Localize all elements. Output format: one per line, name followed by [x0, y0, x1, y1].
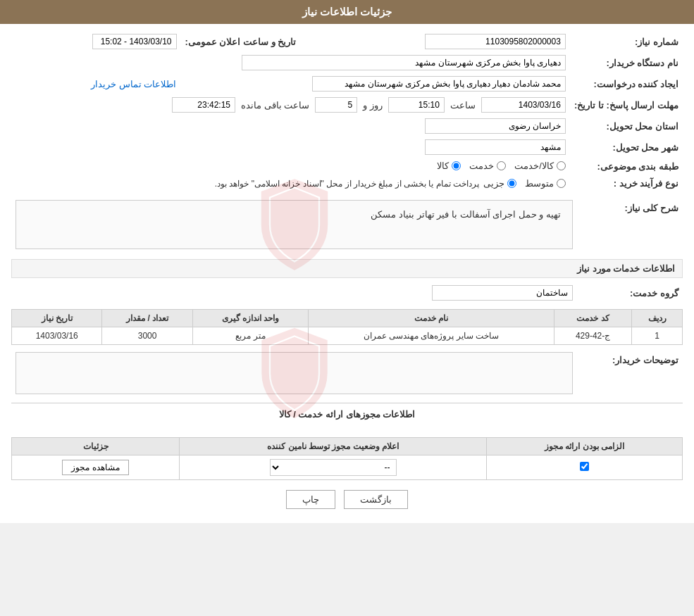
- need-description-table: شرح کلی نیاز: تهیه و حمل اجرای آسفالت با…: [11, 197, 683, 252]
- purchase-type-label: نوع فرآیند خرید :: [570, 175, 683, 191]
- deadline-cell: ساعت روز و ساعت باقی مانده: [11, 94, 570, 115]
- col-license-status: اعلام وضعیت مجوز توسط نامین کننده: [180, 438, 487, 455]
- license-required-checkbox[interactable]: [580, 462, 589, 471]
- licenses-table: الزامی بودن ارائه مجوز اعلام وضعیت مجوز …: [11, 437, 683, 480]
- view-license-button[interactable]: مشاهده مجوز: [62, 460, 128, 475]
- col-code: کد خدمت: [554, 310, 632, 327]
- shield-watermark-2-icon: [252, 324, 337, 422]
- requester-label: ایجاد کننده درخواست:: [570, 73, 683, 94]
- license-required-cell: [486, 455, 682, 480]
- city-label: شهر محل تحویل:: [570, 137, 683, 158]
- action-buttons: بازگشت چاپ: [11, 490, 683, 509]
- divider: [11, 403, 683, 403]
- service-group-table: گروه خدمت:: [11, 282, 683, 303]
- province-input[interactable]: [425, 118, 566, 134]
- radio-jozi[interactable]: [507, 179, 516, 188]
- col-name: نام خدمت: [309, 310, 554, 327]
- deadline-time-input[interactable]: [388, 97, 445, 113]
- license-status-select[interactable]: --: [270, 459, 397, 476]
- deadline-remaining-input[interactable]: [172, 97, 235, 113]
- province-label: استان محل تحویل:: [570, 115, 683, 137]
- purchase-type-motavaset[interactable]: متوسط: [525, 178, 566, 189]
- license-status-cell: --: [180, 455, 487, 480]
- need-desc-label: شرح کلی نیاز:: [577, 197, 683, 252]
- radio-jozi-label: جزیی: [483, 178, 504, 189]
- cell-name: ساخت سایر پروژه‌های مهندسی عمران: [309, 327, 554, 345]
- col-date: تاریخ نیاز: [12, 310, 102, 327]
- radio-motavaset[interactable]: [557, 179, 566, 188]
- buyer-org-input[interactable]: [242, 55, 566, 70]
- cell-row: 1: [632, 327, 683, 345]
- main-content: شماره نیاز: تاریخ و ساعت اعلان عمومی: نا…: [0, 24, 694, 523]
- table-row: 1 ج-42-429 ساخت سایر پروژه‌های مهندسی عم…: [12, 327, 683, 345]
- license-row: -- مشاهده مجوز: [12, 455, 683, 480]
- print-button[interactable]: چاپ: [286, 490, 335, 509]
- category-label: طبقه بندی موضوعی:: [570, 158, 683, 175]
- buyer-notes-area: [16, 352, 573, 394]
- category-kala[interactable]: کالا: [437, 161, 461, 171]
- services-section-title: اطلاعات خدمات مورد نیاز: [11, 259, 683, 278]
- service-group-label: گروه خدمت:: [577, 282, 683, 303]
- radio-motavaset-label: متوسط: [525, 178, 554, 189]
- shield-watermark-icon: [252, 175, 337, 274]
- service-group-cell: [11, 282, 577, 303]
- need-desc-area: تهیه و حمل اجرای آسفالت با فیر تهاتر بنی…: [16, 200, 573, 249]
- city-input[interactable]: [425, 139, 566, 155]
- need-desc-text: تهیه و حمل اجرای آسفالت با فیر تهاتر بنی…: [371, 209, 561, 220]
- licenses-section-title: اطلاعات مجوزهای ارائه خدمت / کالا: [11, 409, 683, 420]
- city-cell: [11, 137, 570, 158]
- buyer-org-label: نام دستگاه خریدار:: [570, 52, 683, 73]
- col-license-required: الزامی بودن ارائه مجوز: [486, 438, 682, 455]
- deadline-remaining-label: ساعت باقی مانده: [241, 100, 309, 111]
- page-title: جزئیات اطلاعات نیاز: [302, 6, 392, 18]
- need-number-input[interactable]: [425, 34, 566, 49]
- category-cell: کالا/خدمت خدمت کالا: [11, 158, 570, 175]
- requester-input[interactable]: [312, 76, 566, 92]
- announce-date-cell: [11, 31, 181, 52]
- col-license-details: جزئیات: [12, 438, 180, 455]
- need-number-label: شماره نیاز:: [570, 31, 683, 52]
- deadline-day-input[interactable]: [315, 97, 357, 113]
- province-cell: [11, 115, 570, 137]
- radio-kala-khedmat-label: کالا/خدمت: [514, 161, 554, 171]
- radio-kala-label: کالا: [437, 161, 449, 171]
- need-desc-cell: تهیه و حمل اجرای آسفالت با فیر تهاتر بنی…: [11, 197, 577, 252]
- col-qty: تعداد / مقدار: [102, 310, 192, 327]
- radio-khedmat-label: خدمت: [469, 161, 494, 171]
- announce-date-input[interactable]: [92, 34, 177, 49]
- buyer-org-cell: [11, 52, 570, 73]
- buyer-notes-label: توضیحات خریدار:: [577, 349, 683, 397]
- cell-code: ج-42-429: [554, 327, 632, 345]
- contact-link-cell: اطلاعات تماس خریدار: [11, 73, 181, 94]
- cell-qty: 3000: [102, 327, 192, 345]
- back-button[interactable]: بازگشت: [344, 490, 408, 509]
- col-row: ردیف: [632, 310, 683, 327]
- radio-kala[interactable]: [452, 161, 461, 170]
- radio-kala-khedmat[interactable]: [557, 161, 566, 170]
- page-wrapper: جزئیات اطلاعات نیاز شماره نیاز: تاریخ و …: [0, 0, 694, 523]
- announce-date-label: تاریخ و ساعت اعلان عمومی:: [181, 31, 301, 52]
- buyer-notes-cell: [11, 349, 577, 397]
- service-group-input[interactable]: [432, 285, 573, 301]
- buyer-notes-table: توضیحات خریدار:: [11, 349, 683, 397]
- deadline-time-label: ساعت: [450, 100, 476, 111]
- services-table: ردیف کد خدمت نام خدمت واحد اندازه گیری ت…: [11, 309, 683, 345]
- deadline-date-input[interactable]: [481, 97, 566, 113]
- page-header: جزئیات اطلاعات نیاز: [0, 0, 694, 24]
- need-number-cell: [300, 31, 570, 52]
- requester-cell: [181, 73, 570, 94]
- license-details-cell: مشاهده مجوز: [12, 455, 180, 480]
- contact-link[interactable]: اطلاعات تماس خریدار: [91, 79, 176, 89]
- cell-date: 1403/03/16: [12, 327, 102, 345]
- category-kala-khedmat[interactable]: کالا/خدمت: [514, 161, 566, 171]
- deadline-day-label: روز و: [363, 100, 383, 111]
- deadline-label: مهلت ارسال پاسخ: تا تاریخ:: [570, 94, 683, 115]
- purchase-type-jozi[interactable]: جزیی: [483, 178, 516, 189]
- top-info-table: شماره نیاز: تاریخ و ساعت اعلان عمومی: نا…: [11, 31, 683, 191]
- category-khedmat[interactable]: خدمت: [469, 161, 506, 171]
- radio-khedmat[interactable]: [497, 161, 506, 170]
